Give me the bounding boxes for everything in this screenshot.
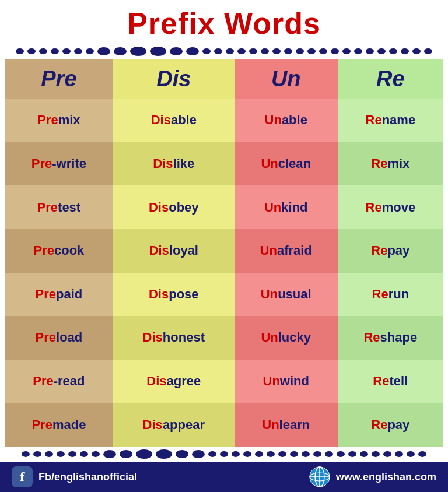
table-row: PrepaidDisposeUnusualRerun: [5, 273, 443, 317]
dot: [120, 450, 132, 458]
suffix-re-3: pay: [387, 243, 410, 258]
prefix-re-5: Re: [363, 330, 380, 345]
fb-link-text: Fb/englishanofficial: [38, 471, 137, 483]
suffix-dis-2: obey: [169, 200, 198, 215]
dot: [57, 451, 65, 457]
dot: [377, 48, 386, 54]
suffix-re-1: mix: [387, 156, 410, 171]
table-row: PreloadDishonestUnluckyReshape: [5, 316, 443, 360]
suffix-pre-2: test: [58, 200, 80, 215]
dot: [202, 48, 211, 54]
suffix-re-4: run: [388, 287, 409, 301]
dot: [237, 48, 246, 54]
dot: [232, 451, 240, 457]
cell-pre-1: Pre-write: [5, 142, 113, 186]
dot: [296, 48, 304, 54]
dot: [68, 451, 76, 457]
prefix-dis-5: Dis: [143, 330, 163, 345]
table-row: PrecookDisloyalUnafraidRepay: [5, 229, 443, 273]
cell-re-5: Reshape: [338, 316, 443, 360]
prefix-un-4: Un: [261, 287, 278, 301]
col-header-re: Re: [338, 59, 443, 99]
cell-pre-6: Pre-read: [5, 360, 113, 403]
cell-un-3: Unafraid: [235, 229, 338, 273]
col-header-pre: Pre: [5, 59, 113, 99]
cell-dis-4: Dispose: [113, 273, 235, 317]
prefix-un-2: Un: [264, 200, 281, 215]
dot: [418, 451, 426, 457]
dot: [261, 48, 269, 54]
dot: [192, 450, 205, 458]
cell-pre-5: Preload: [5, 316, 113, 360]
dot: [290, 451, 298, 457]
prefix-dis-1: Dis: [153, 156, 173, 171]
cell-dis-6: Disagree: [113, 360, 235, 403]
suffix-dis-3: loyal: [169, 243, 198, 258]
suffix-pre-5: load: [56, 330, 82, 345]
table-container: Pre Dis Un Re PremixDisableUnableRenameP…: [0, 59, 448, 447]
dot: [319, 48, 327, 54]
cell-pre-4: Prepaid: [5, 273, 113, 317]
dot: [220, 451, 228, 457]
dot: [307, 48, 316, 54]
footer: f Fb/englishanofficial www.englishan.com: [0, 462, 448, 492]
footer-right: www.englishan.com: [309, 466, 436, 487]
prefix-re-1: Re: [371, 156, 387, 171]
dot: [360, 451, 368, 457]
dot: [39, 48, 47, 54]
dot: [51, 48, 59, 54]
prefix-dis-6: Dis: [146, 374, 166, 388]
dot: [278, 451, 286, 457]
dot: [214, 48, 222, 54]
cell-un-6: Unwind: [235, 360, 338, 403]
suffix-dis-1: like: [173, 156, 195, 171]
cell-pre-0: Premix: [5, 99, 113, 142]
footer-left: f Fb/englishanofficial: [12, 466, 137, 487]
cell-pre-3: Precook: [5, 229, 113, 273]
prefix-pre-6: Pre: [33, 374, 53, 388]
col-header-un: Un: [235, 59, 338, 99]
cell-dis-7: Disappear: [113, 403, 235, 447]
dot: [92, 451, 100, 457]
prefix-re-7: Re: [371, 417, 387, 432]
dot: [249, 48, 257, 54]
prefix-pre-3: Pre: [33, 243, 54, 258]
dot: [186, 47, 199, 55]
dot: [62, 48, 71, 54]
prefix-table: Pre Dis Un Re PremixDisableUnableRenameP…: [5, 59, 443, 447]
dot: [156, 449, 172, 459]
dot: [150, 47, 166, 56]
dot: [97, 47, 110, 55]
dot: [267, 451, 275, 457]
table-row: Pre-writeDislikeUncleanRemix: [5, 142, 443, 186]
prefix-pre-2: Pre: [37, 200, 58, 215]
cell-un-7: Unlearn: [235, 403, 338, 447]
facebook-icon: f: [12, 466, 33, 487]
dot: [130, 47, 146, 56]
cell-dis-1: Dislike: [113, 142, 235, 186]
dot: [136, 449, 152, 459]
globe-icon: [309, 466, 330, 487]
table-row: Pre-readDisagreeUnwindRetell: [5, 360, 443, 403]
table-row: PremadeDisappearUnlearnRepay: [5, 403, 443, 447]
suffix-pre-6: -read: [54, 374, 85, 388]
prefix-dis-0: Dis: [151, 113, 171, 127]
suffix-dis-6: agree: [167, 374, 201, 388]
prefix-dis-2: Dis: [149, 200, 169, 215]
suffix-re-2: move: [382, 200, 415, 215]
dot: [16, 48, 24, 54]
suffix-un-5: lucky: [278, 330, 311, 345]
dot: [348, 451, 356, 457]
dot: [22, 451, 30, 457]
page-title: Prefix Words: [0, 6, 448, 41]
dot: [407, 451, 415, 457]
dot: [331, 48, 339, 54]
prefix-dis-7: Dis: [143, 417, 163, 432]
prefix-dis-3: Dis: [149, 243, 169, 258]
cell-pre-2: Pretest: [5, 185, 113, 229]
suffix-un-6: wind: [280, 374, 309, 388]
suffix-pre-7: made: [52, 417, 86, 432]
prefix-un-1: Un: [261, 156, 278, 171]
dot: [389, 48, 397, 54]
dot: [243, 451, 251, 457]
